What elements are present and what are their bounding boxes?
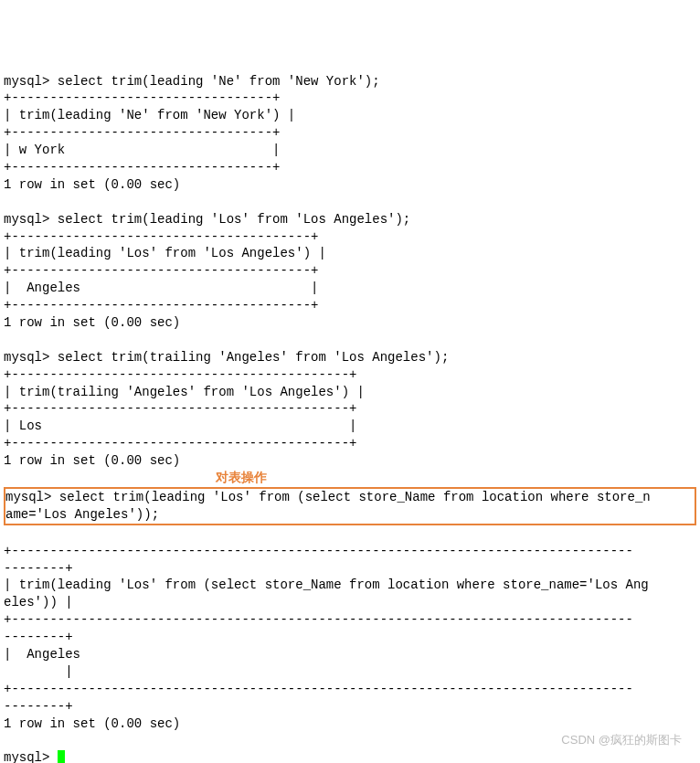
table-border: --------+ — [4, 630, 73, 644]
mysql-prompt[interactable]: mysql> — [4, 750, 58, 763]
table-header: | trim(trailing 'Angeles' from 'Los Ange… — [4, 385, 365, 399]
table-border: +---------------------------------------… — [4, 544, 633, 558]
table-row: | Angeles — [4, 647, 649, 662]
csdn-watermark: CSDN @疯狂的斯图卡 — [561, 732, 682, 748]
mysql-prompt: mysql> — [4, 74, 58, 89]
table-row: | w York | — [4, 143, 280, 157]
table-border: --------+ — [4, 699, 73, 714]
table-border: +---------------------------------------… — [4, 401, 356, 416]
sql-query-4-line1: select trim(leading 'Los' from (select s… — [59, 490, 651, 504]
result-footer: 1 row in set (0.00 sec) — [4, 453, 180, 468]
table-border: +----------------------------------+ — [4, 125, 280, 140]
table-row: | Angeles | — [4, 281, 318, 295]
mysql-prompt: mysql> — [4, 212, 58, 227]
annotation-label: 对表操作 — [216, 471, 267, 485]
sql-query-2: select trim(leading 'Los' from 'Los Ange… — [58, 212, 410, 227]
mysql-prompt: mysql> — [5, 490, 59, 504]
sql-query-1: select trim(leading 'Ne' from 'New York'… — [58, 74, 380, 89]
table-border: --------+ — [4, 561, 73, 576]
table-header: | trim(leading 'Los' from 'Los Angeles')… — [4, 246, 326, 260]
table-border: +---------------------------------------… — [4, 612, 633, 627]
table-row: | — [4, 664, 73, 679]
table-border: +---------------------------------------… — [4, 367, 356, 382]
sql-query-3: select trim(trailing 'Angeles' from 'Los… — [58, 350, 449, 365]
cursor-icon[interactable] — [58, 750, 65, 763]
table-border: +---------------------------------------… — [4, 229, 318, 244]
result-footer: 1 row in set (0.00 sec) — [4, 315, 180, 330]
mysql-prompt: mysql> — [4, 350, 58, 365]
terminal-output: mysql> select trim(leading 'Ne' from 'Ne… — [4, 73, 696, 763]
table-border: +---------------------------------------… — [4, 263, 318, 278]
table-header: | trim(leading 'Los' from (select store_… — [4, 578, 649, 592]
table-border: +----------------------------------+ — [4, 90, 280, 105]
result-footer: 1 row in set (0.00 sec) — [4, 177, 180, 192]
table-border: +---------------------------------------… — [4, 298, 318, 313]
table-border: +----------------------------------+ — [4, 160, 280, 175]
table-border: +---------------------------------------… — [4, 682, 633, 696]
table-header: eles')) | — [4, 595, 73, 609]
highlighted-query: mysql> select trim(leading 'Los' from (s… — [4, 487, 696, 525]
table-border: +---------------------------------------… — [4, 436, 356, 450]
sql-query-4-line2: ame='Los Angeles')); — [5, 507, 159, 522]
result-footer: 1 row in set (0.00 sec) — [4, 716, 180, 731]
table-header: | trim(leading 'Ne' from 'New York') | — [4, 108, 295, 122]
table-row: | Los | — [4, 419, 356, 433]
